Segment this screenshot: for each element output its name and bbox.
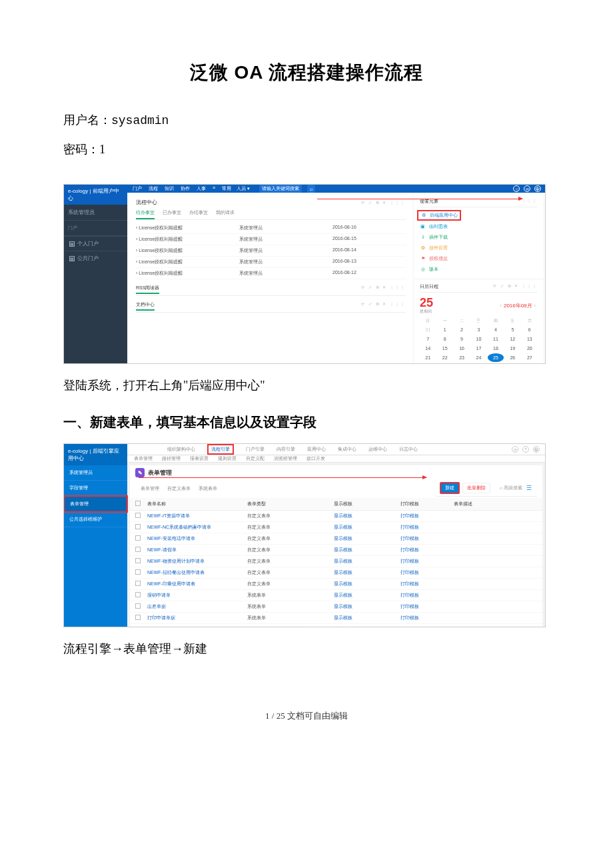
cal-cell[interactable]: 6 [522, 325, 538, 334]
nav-collab[interactable]: 协作 [181, 185, 190, 192]
sidebar-item-personal[interactable]: ▦个人门户 [64, 236, 127, 251]
th-type[interactable]: 表单类型 [247, 501, 334, 507]
cal-cell[interactable]: 10 [470, 335, 486, 343]
table-row[interactable]: 打印申请单据系统表单显示模板打印模板 [130, 613, 542, 624]
table-row[interactable]: NEWF-招待餐出使用申请表自定义表单显示模板打印模板 [130, 567, 542, 579]
cal-cell[interactable]: 3 [470, 325, 486, 334]
flow-row[interactable]: › License授权到期提醒系统管理员2016-08-16 [136, 223, 406, 234]
cal-prev-icon[interactable]: ‹ [498, 303, 504, 308]
power-icon[interactable]: ⏻ [533, 446, 540, 453]
toptab-portal[interactable]: 门户引擎 [246, 446, 265, 453]
cal-cell[interactable]: 30 [454, 363, 470, 364]
toptab-log[interactable]: 日志中心 [399, 446, 418, 453]
advanced-search[interactable]: ⌕ 高级搜索 [500, 485, 522, 491]
checkbox[interactable] [135, 558, 141, 563]
table-row[interactable]: 报销申请单系统表单显示模板打印模板 [130, 590, 542, 601]
nav-portal[interactable]: 门户 [133, 185, 142, 192]
cal-cell[interactable]: 22 [436, 353, 452, 362]
subtab[interactable]: 路径管理 [162, 455, 181, 462]
tab-done[interactable]: 已办事宜 [163, 209, 181, 219]
cal-cell[interactable]: 16 [454, 344, 470, 353]
toptab-app[interactable]: 应用中心 [307, 446, 326, 453]
power-icon[interactable]: ⏻ [534, 185, 541, 192]
cal-cell[interactable]: 28 [420, 363, 436, 364]
cal-cell[interactable]: 15 [436, 344, 452, 353]
subtab[interactable]: 表单管理 [134, 455, 153, 462]
checkbox[interactable] [135, 615, 141, 620]
person-dropdown[interactable]: 人员 ▾ [237, 185, 250, 192]
search-icon[interactable]: ⌕ [307, 185, 315, 193]
toptab-integration[interactable]: 集成中心 [338, 446, 356, 453]
panel-tools-icon[interactable]: ⋮⋮⋮ [522, 198, 538, 205]
shortcut-item[interactable]: ▣临时图表 [420, 221, 538, 232]
cal-cell[interactable]: 13 [522, 335, 538, 343]
batch-delete-button[interactable]: 批量删除 [462, 483, 490, 493]
cal-cell[interactable]: 31 [420, 325, 436, 334]
shortcut-item[interactable]: ⇩插件下载 [420, 232, 538, 243]
cal-cell[interactable]: 2 [504, 363, 520, 364]
tab-todo[interactable]: 待办事宜 [136, 209, 155, 219]
sidebar-item[interactable]: 系统管理员 [64, 465, 127, 481]
table-row[interactable]: NEWF-NC系统基础档案申请单自定义表单显示模板打印模板 [130, 522, 542, 533]
cal-cell[interactable]: 27 [522, 353, 538, 362]
cal-cell[interactable]: 23 [454, 353, 470, 362]
new-button[interactable]: 新建 [440, 482, 460, 494]
cal-cell[interactable]: 21 [420, 353, 436, 362]
cal-cell[interactable]: 7 [420, 335, 436, 343]
th-desc[interactable]: 表单描述 [454, 501, 537, 507]
tab-finished[interactable]: 办结事宜 [189, 209, 208, 219]
search-input[interactable]: 请输入关键词搜索 [259, 185, 302, 193]
checkbox[interactable] [135, 547, 141, 552]
list-menu-icon[interactable]: ☰ [526, 485, 532, 491]
th-print[interactable]: 打印模板 [400, 501, 454, 507]
cal-cell[interactable]: 11 [488, 335, 504, 343]
toptab-org[interactable]: 组织架构中心 [167, 446, 195, 453]
ctab[interactable]: 自定义表单 [167, 485, 191, 492]
sidebar-item[interactable]: 公共选择框维护 [64, 512, 127, 527]
cal-cell[interactable]: 14 [420, 344, 436, 353]
flow-row[interactable]: › License授权到期提醒系统管理员2016-08-13 [136, 257, 406, 268]
checkbox[interactable] [135, 513, 141, 518]
nav-more-icon[interactable]: ≡ [213, 185, 215, 192]
calendar-month[interactable]: 2016年08月 [504, 302, 532, 309]
help-icon[interactable]: ? [522, 446, 529, 453]
tab-mine[interactable]: 我的请求 [216, 209, 235, 219]
subtab[interactable]: 规则设置 [218, 455, 237, 462]
star-icon[interactable]: ☆ [513, 185, 520, 192]
checkbox[interactable] [135, 592, 141, 597]
checkbox[interactable] [135, 535, 141, 541]
th-disp[interactable]: 显示模板 [334, 501, 400, 507]
table-row[interactable]: NEWF-安装电话申请单自定义表单显示模板打印模板 [130, 533, 542, 545]
ctab[interactable]: 系统表单 [199, 485, 217, 492]
table-row[interactable]: NEWF-印章使用申请表自定义表单显示模板打印模板 [130, 579, 542, 590]
checkbox[interactable] [135, 524, 141, 529]
subtab[interactable]: 报表设置 [190, 455, 209, 462]
sidebar-item[interactable]: 字段管理 [64, 481, 127, 496]
message-icon[interactable]: ✉ [524, 185, 530, 192]
cal-cell[interactable]: 8 [436, 335, 452, 343]
cal-cell[interactable]: 1 [488, 363, 504, 364]
cal-cell[interactable]: 26 [504, 353, 520, 362]
flow-row[interactable]: › License授权到期提醒系统管理员2016-08-14 [136, 245, 406, 257]
sidebar-item-public[interactable]: ▦公共门户 [64, 251, 127, 265]
panel-tools-icon[interactable]: ⟳ ⤢ ⚙ ✕ ⋮⋮⋮ [361, 285, 406, 294]
panel-tools-icon[interactable]: ⟳ ⤢ ⚙ ✕ ⋮⋮⋮ [361, 301, 406, 311]
flow-row[interactable]: › License授权到期提醒系统管理员2016-08-12 [136, 268, 406, 279]
nav-knowledge[interactable]: 知识 [165, 185, 174, 192]
cal-cell[interactable]: 18 [488, 344, 504, 353]
subtab[interactable]: 自定义配 [246, 455, 265, 462]
panel-tools-icon[interactable]: ⟳ ⤢ ⚙ ✕ ⋮⋮⋮ [493, 283, 538, 290]
table-row[interactable]: NEWF-请假单自定义表单显示模板打印模板 [130, 545, 542, 556]
cal-cell[interactable]: 2 [454, 325, 470, 334]
cal-cell[interactable]: 12 [504, 335, 520, 343]
table-row[interactable]: NEWF-物资使用计划申请单自定义表单显示模板打印模板 [130, 556, 542, 567]
ctab[interactable]: 表单管理 [141, 485, 159, 492]
toptab-content[interactable]: 内容引擎 [277, 446, 295, 453]
table-row[interactable]: NEWF-IT资源申请单自定义表单显示模板打印模板 [130, 511, 542, 522]
cal-cell[interactable]: 17 [470, 344, 486, 353]
subtab[interactable]: 接口开发 [306, 455, 325, 462]
cal-cell[interactable]: 5 [504, 325, 520, 334]
sidebar-item[interactable]: 表单管理 [63, 495, 128, 513]
toptab-flow-engine[interactable]: 流程引擎 [207, 444, 234, 455]
cal-next-icon[interactable]: › [532, 303, 538, 308]
